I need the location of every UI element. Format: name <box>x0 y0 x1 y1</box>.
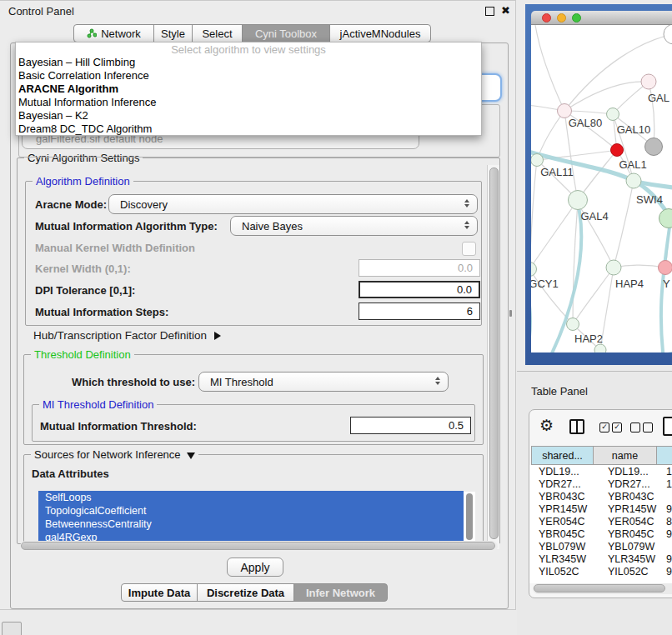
table-row[interactable]: YIL052CYIL052C9 <box>532 566 672 578</box>
node-y-pink[interactable] <box>659 261 672 275</box>
tab-discretize-data[interactable]: Discretize Data <box>197 583 294 602</box>
dropdown-item[interactable]: Mutual Information Inference <box>16 96 481 109</box>
node-bottom[interactable] <box>594 344 606 352</box>
scrollbar-thumb[interactable] <box>21 542 495 550</box>
cell: YDL19... <box>532 466 600 478</box>
split-columns-icon[interactable] <box>569 419 584 434</box>
node-swi4[interactable] <box>659 209 672 228</box>
node-label: GCY1 <box>531 278 559 290</box>
scrollbar-thumb[interactable] <box>534 584 665 592</box>
mi-type-select[interactable]: Naive Bayes <box>230 216 478 236</box>
dropdown-item[interactable]: Dream8 DC_TDC Algorithm <box>16 122 481 136</box>
dropdown-item[interactable]: Bayesian – K2 <box>16 109 481 122</box>
manual-kernel-checkbox[interactable] <box>462 242 476 256</box>
table-horizontal-scrollbar[interactable] <box>533 583 672 594</box>
tab-label: Cyni Toolbox <box>255 28 317 40</box>
table-row[interactable]: YBR043CYBR043C <box>532 491 672 503</box>
apply-button[interactable]: Apply <box>227 558 283 577</box>
node-label: HAP2 <box>574 332 603 345</box>
node-partial-top[interactable] <box>664 25 672 44</box>
network-window-titlebar[interactable] <box>531 11 672 25</box>
cell: 8. <box>666 516 672 528</box>
mi-threshold-field[interactable]: 0.5 <box>350 417 471 434</box>
scrollbar-thumb[interactable] <box>466 493 473 540</box>
aracne-mode-select[interactable]: Discovery <box>108 194 478 214</box>
tab-select[interactable]: Select <box>192 24 243 42</box>
tab-style[interactable]: Style <box>153 24 193 42</box>
hub-tf-label: Hub/Transcription Factor Definition <box>33 329 207 342</box>
expand-right-icon <box>214 332 221 340</box>
close-icon[interactable]: ✖ <box>501 4 510 17</box>
table-row[interactable]: YER054CYER054C8. <box>532 516 672 528</box>
tab-cyni-toolbox[interactable]: Cyni Toolbox <box>242 24 330 42</box>
cell: YBR043C <box>600 491 666 503</box>
checkbox-checked-icon[interactable]: ✓ <box>599 422 609 432</box>
dropdown-item[interactable]: Basic Correlation Inference <box>16 69 481 82</box>
node-label: GAL <box>648 92 669 104</box>
hub-tf-definition-toggle[interactable]: Hub/Transcription Factor Definition <box>33 329 221 342</box>
node-gal10[interactable] <box>607 108 619 121</box>
float-window-icon[interactable] <box>485 7 494 16</box>
collapse-down-icon[interactable] <box>187 452 195 459</box>
window-close-button[interactable] <box>542 13 551 22</box>
attribute-item-selected[interactable]: SelfLoops <box>38 491 464 504</box>
panel-divider-handle[interactable] <box>509 310 512 317</box>
network-canvas[interactable]: GAL GAL80 GAL10 GAL1 GAL11 SWI4 GAL4 GCY… <box>531 25 672 352</box>
network-edges-teal <box>531 150 672 352</box>
table-row[interactable]: YPR145WYPR145W9. <box>532 503 672 516</box>
attribute-item-selected[interactable]: TopologicalCoefficient <box>38 504 464 518</box>
node-gal80[interactable] <box>558 104 572 118</box>
tab-jactivemnodules[interactable]: jActiveMNodules <box>329 24 431 42</box>
node-hap4[interactable] <box>606 260 621 275</box>
window-minimize-button[interactable] <box>557 13 566 22</box>
dropdown-item-selected[interactable]: ARACNE Algorithm <box>16 82 481 96</box>
network-nodes[interactable] <box>531 25 672 352</box>
combo-value: Naive Bayes <box>242 220 303 232</box>
node-gal4[interactable] <box>569 191 588 210</box>
column-header-shared[interactable]: shared... <box>531 446 594 465</box>
tab-network[interactable]: Network <box>73 24 154 42</box>
table-row[interactable]: YLR345WYLR345W9. <box>532 553 672 566</box>
cell: YBL079W <box>532 541 600 553</box>
attribute-list-scrollbar[interactable] <box>464 492 475 543</box>
tab-infer-network[interactable]: Infer Network <box>293 583 388 602</box>
group-title: Sources for Network Inference <box>31 448 198 461</box>
table-row[interactable]: YDL19...YDL19...13 <box>532 466 672 478</box>
node-gal1[interactable] <box>626 173 641 188</box>
dpi-tolerance-field[interactable]: 0.0 <box>359 281 480 298</box>
dropdown-item[interactable]: Bayesian – Hill Climbing <box>16 56 481 69</box>
new-table-icon[interactable] <box>663 417 672 436</box>
settings-horizontal-scrollbar[interactable] <box>20 541 498 552</box>
cell: 13 <box>666 466 672 478</box>
mi-steps-field[interactable]: 6 <box>359 302 480 320</box>
table-row[interactable]: YBR045CYBR045C9. <box>532 528 672 541</box>
node-gal-pink[interactable] <box>641 74 656 89</box>
scrollbar-thumb[interactable] <box>489 168 499 539</box>
window-zoom-button[interactable] <box>572 13 581 22</box>
group-title: Algorithm Definition <box>33 175 133 188</box>
gear-icon[interactable]: ⚙ <box>539 416 554 435</box>
node-gcy1[interactable] <box>531 262 537 277</box>
attribute-item-selected[interactable]: BetweennessCentrality <box>38 518 464 531</box>
data-attributes-list[interactable]: SelfLoops TopologicalCoefficient Between… <box>38 491 464 544</box>
node-label: GAL4 <box>580 210 608 222</box>
checkbox-checked-icon[interactable]: ✓ <box>612 422 622 432</box>
mi-type-label: Mutual Information Algorithm Type: <box>35 220 218 232</box>
node-gal11[interactable] <box>531 154 544 167</box>
checkbox-unchecked-icon[interactable] <box>643 422 653 432</box>
kernel-width-field[interactable]: 0.0 <box>359 259 480 277</box>
node-gray[interactable] <box>645 138 663 156</box>
settings-vertical-scrollbar[interactable] <box>487 165 499 549</box>
table-row[interactable]: YDR27...YDR27...12 <box>532 478 672 491</box>
control-panel-window: Control Panel ✖ Network Style Select <box>0 0 516 610</box>
node-hap2[interactable] <box>567 318 579 331</box>
table-row[interactable]: YBL079WYBL079W <box>532 541 672 553</box>
tab-impute-data[interactable]: Impute Data <box>121 583 198 602</box>
tab-label: Discretize Data <box>207 587 284 599</box>
column-header-extra[interactable] <box>656 446 672 465</box>
checkbox-unchecked-icon[interactable] <box>630 422 640 432</box>
minimized-panel-button[interactable] <box>2 622 22 635</box>
column-header-name[interactable]: name <box>593 446 657 465</box>
node-gal1-red[interactable] <box>611 144 624 157</box>
which-threshold-select[interactable]: MI Threshold <box>198 372 449 392</box>
